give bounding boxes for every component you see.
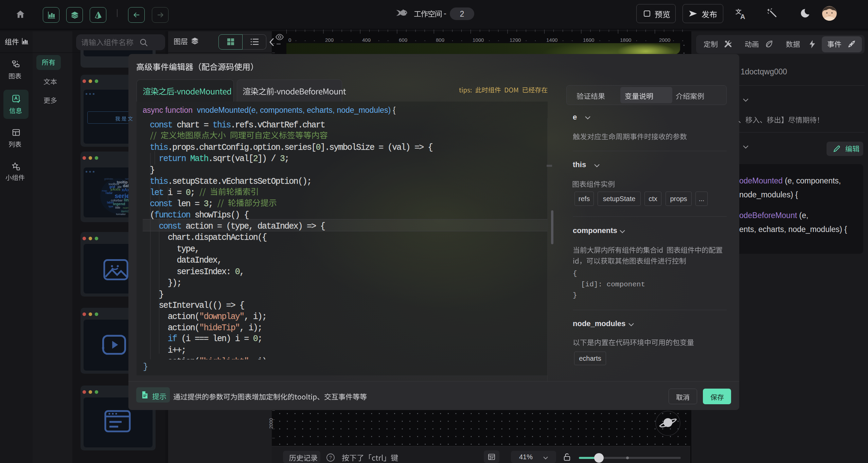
svg-text:label: label [107, 201, 113, 204]
svg-text:title: title [115, 206, 120, 209]
svg-text:map: map [102, 189, 107, 192]
svg-text:grid: grid [109, 185, 115, 189]
svg-text:formatter: formatter [116, 213, 126, 216]
svg-text:pie: pie [118, 185, 122, 189]
svg-text:gridIndex: gridIndex [104, 178, 113, 180]
svg-text:?: ? [329, 455, 332, 460]
svg-text:type: type [109, 205, 113, 208]
svg-text:A: A [740, 13, 745, 20]
